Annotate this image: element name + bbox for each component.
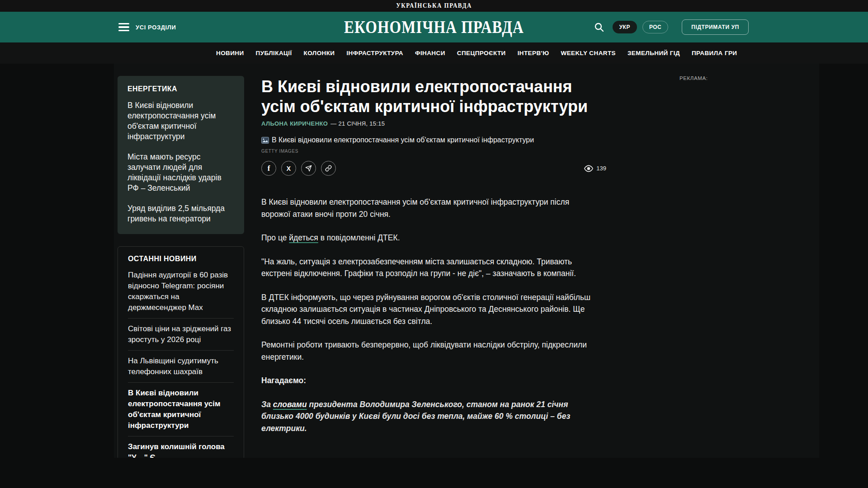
article-paragraph: "На жаль, ситуація з електрозабезпечення… bbox=[261, 256, 598, 280]
image-alt-text: В Києві відновили електропостачання усім… bbox=[272, 136, 534, 144]
article-paragraph-background: За словами президента Володимира Зеленсь… bbox=[261, 399, 598, 435]
publish-date: — 21 СІЧНЯ, 15:15 bbox=[330, 120, 385, 127]
page-content: ЕНЕРГЕТИКА В Києві відновили електропост… bbox=[0, 64, 868, 458]
views-counter: 139 bbox=[584, 164, 606, 173]
share-telegram-button[interactable] bbox=[301, 161, 316, 176]
ad-label: РЕКЛАМА: bbox=[679, 75, 708, 81]
share-row: f X 139 bbox=[261, 161, 606, 176]
link-icon bbox=[325, 165, 332, 172]
author-link[interactable]: АЛЬОНА КИРИЧЕНКО bbox=[261, 120, 328, 127]
lang-toggle-ros[interactable]: РОС bbox=[642, 21, 668, 33]
nav-item-novyny[interactable]: НОВИНИ bbox=[216, 50, 244, 56]
top-brand-bar: УКРАЇНСЬКА ПРАВДА bbox=[0, 0, 868, 12]
eye-icon bbox=[584, 164, 593, 173]
nav-item-zemelnyi-hid[interactable]: ЗЕМЕЛЬНИЙ ГІД bbox=[627, 50, 680, 56]
inline-link[interactable]: словами bbox=[273, 400, 307, 409]
inline-link[interactable]: йдеться bbox=[289, 233, 318, 242]
views-count: 139 bbox=[596, 165, 606, 172]
image-credit: GETTY IMAGES bbox=[261, 149, 606, 154]
share-facebook-button[interactable]: f bbox=[261, 161, 276, 176]
article-paragraph: Про це йдеться в повідомленні ДТЕК. bbox=[261, 232, 598, 244]
sidebar: ЕНЕРГЕТИКА В Києві відновили електропост… bbox=[118, 76, 244, 458]
header-controls: УКР РОС ПІДТРИМАТИ УП bbox=[594, 19, 749, 35]
article-figure: В Києві відновили електропостачання усім… bbox=[261, 136, 606, 144]
topic-article-link[interactable]: Міста мають ресурс залучати людей для лі… bbox=[127, 152, 234, 193]
nav-item-interviu[interactable]: ІНТЕРВ'Ю bbox=[518, 50, 549, 56]
page-bottom-strip bbox=[0, 458, 868, 488]
telegram-icon bbox=[305, 165, 312, 172]
latest-news-link-current[interactable]: В Києві відновили електропостачання усім… bbox=[128, 382, 234, 436]
nav-item-spetsproekty[interactable]: СПЕЦПРОЄКТИ bbox=[457, 50, 506, 56]
x-twitter-icon: X bbox=[287, 165, 291, 172]
nav-item-kolonky[interactable]: КОЛОНКИ bbox=[304, 50, 335, 56]
energy-topic-box: ЕНЕРГЕТИКА В Києві відновили електропост… bbox=[118, 76, 244, 234]
nav-item-infrastruktura[interactable]: ІНФРАСТРУКТУРА bbox=[346, 50, 403, 56]
topic-article-link[interactable]: В Києві відновили електропостачання усім… bbox=[127, 100, 234, 142]
main-navigation: НОВИНИ ПУБЛІКАЦІЇ КОЛОНКИ ІНФРАСТРУКТУРА… bbox=[0, 42, 868, 64]
share-x-button[interactable]: X bbox=[281, 161, 296, 176]
site-header: УСІ РОЗДІЛИ ЕКОНОМІЧНА ПРАВДА УКР РОС ПІ… bbox=[0, 12, 868, 42]
lang-toggle-ukr[interactable]: УКР bbox=[613, 21, 637, 33]
broken-image-icon bbox=[261, 137, 269, 144]
article-paragraph: Ремонтні роботи тривають безперервно, що… bbox=[261, 339, 598, 363]
support-up-button[interactable]: ПІДТРИМАТИ УП bbox=[682, 19, 749, 35]
nav-item-pravyla-hry[interactable]: ПРАВИЛА ГРИ bbox=[692, 50, 737, 56]
nav-item-weekly-charts[interactable]: WEEKLY CHARTS bbox=[561, 50, 616, 56]
topic-box-title: ЕНЕРГЕТИКА bbox=[127, 85, 234, 93]
article-paragraph-remind: Нагадаємо: bbox=[261, 375, 598, 387]
facebook-icon: f bbox=[268, 164, 270, 173]
latest-news-link[interactable]: Світові ціни на зріджений газ зростуть у… bbox=[128, 318, 234, 350]
article: В Києві відновили електропостачання усім… bbox=[261, 64, 606, 446]
latest-news-link[interactable]: На Львівщині судитимуть телефонних шахра… bbox=[128, 350, 234, 382]
search-button[interactable] bbox=[594, 22, 604, 33]
nav-item-finansy[interactable]: ФІНАНСИ bbox=[415, 50, 445, 56]
copy-link-button[interactable] bbox=[321, 161, 336, 176]
article-paragraph: В ДТЕК інформують, що через руйнування в… bbox=[261, 291, 598, 328]
latest-news-link[interactable]: Падіння аудиторії в 60 разів відносно Te… bbox=[128, 265, 234, 318]
article-paragraph: В Києві відновили електропостачання усім… bbox=[261, 196, 598, 220]
article-body: В Києві відновили електропостачання усім… bbox=[261, 196, 606, 434]
topic-article-link[interactable]: Уряд виділив 2,5 мільярда гривень на ген… bbox=[127, 203, 234, 224]
byline: АЛЬОНА КИРИЧЕНКО — 21 СІЧНЯ, 15:15 bbox=[261, 120, 606, 127]
latest-news-box: ОСТАННІ НОВИНИ Падіння аудиторії в 60 ра… bbox=[118, 246, 244, 458]
latest-news-link[interactable]: Загинув колишній голова "У…" Є… bbox=[128, 436, 234, 458]
search-icon bbox=[594, 22, 604, 33]
nav-item-publikatsii[interactable]: ПУБЛІКАЦІЇ bbox=[256, 50, 292, 56]
article-title: В Києві відновили електропостачання усім… bbox=[261, 77, 606, 117]
ukrainska-pravda-logo[interactable]: УКРАЇНСЬКА ПРАВДА bbox=[396, 2, 472, 10]
latest-box-title: ОСТАННІ НОВИНИ bbox=[128, 255, 234, 263]
